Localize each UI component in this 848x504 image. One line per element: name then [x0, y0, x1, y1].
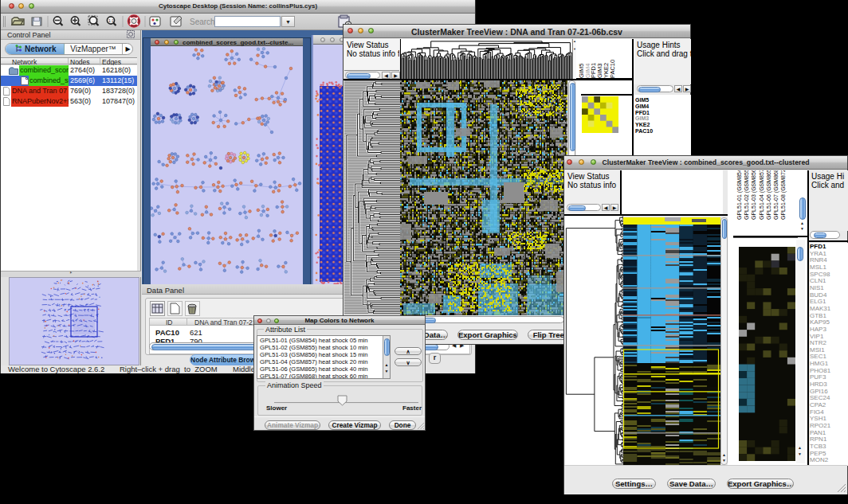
svg-text:1:1: 1:1	[108, 18, 114, 23]
svg-text:GPL51-01 (GSM854): GPL51-01 (GSM854)	[736, 170, 743, 220]
svg-text:GPL51-04 (GSM857): GPL51-04 (GSM857)	[759, 170, 765, 220]
svg-text:GPL51-06 (GSM865): GPL51-06 (GSM865)	[766, 170, 772, 220]
svg-text:GPL51-03 (GSM856): GPL51-03 (GSM856)	[751, 170, 757, 220]
svg-text:GPL51-02 (GSM855): GPL51-02 (GSM855)	[744, 170, 750, 220]
svg-text:GPL51-07 (GSM868): GPL51-07 (GSM868)	[773, 170, 779, 220]
svg-text:GPL51-08 (GSM872): GPL51-08 (GSM872)	[780, 170, 787, 220]
svg-text:PAC10: PAC10	[609, 60, 616, 78]
